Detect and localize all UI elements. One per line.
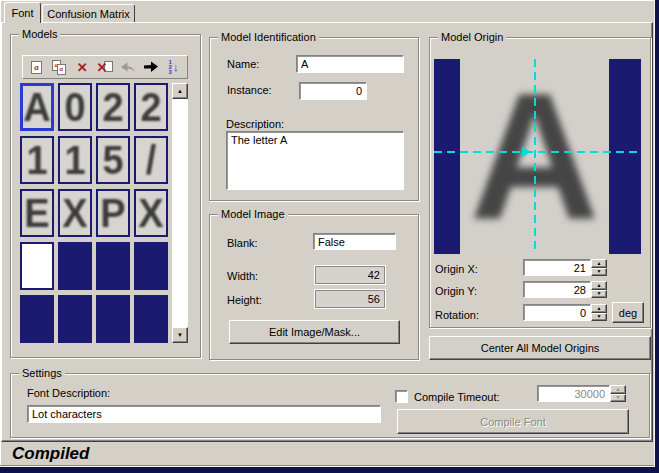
delete-all-models-icon[interactable]: ✕ xyxy=(95,58,115,77)
model-tile[interactable]: 1 xyxy=(20,136,54,184)
spin-up-icon: ▲ xyxy=(610,385,626,394)
spin-down-icon: ▼ xyxy=(610,394,626,403)
model-tile[interactable]: X xyxy=(134,189,168,237)
font-trainer-window: Font Confusion Matrix Models a a a ✕ xyxy=(0,0,659,473)
center-all-model-origins-button[interactable]: Center All Model Origins xyxy=(429,336,651,360)
model-tile[interactable]: E xyxy=(20,189,54,237)
model-tile[interactable]: 2 xyxy=(96,83,130,131)
width-label: Width: xyxy=(227,270,258,282)
compile-timeout-label: Compile Timeout: xyxy=(414,391,500,403)
name-label: Name: xyxy=(227,58,259,70)
model-identification-group: Model Identification Name: Instance: Des… xyxy=(209,37,419,201)
tab-confusion-matrix-label: Confusion Matrix xyxy=(47,8,130,20)
model-tile[interactable]: 5 xyxy=(96,136,130,184)
spin-down-icon[interactable]: ▼ xyxy=(591,268,607,277)
font-description-input[interactable] xyxy=(27,405,381,423)
next-model-icon[interactable] xyxy=(141,58,161,77)
scroll-down-icon[interactable]: ▼ xyxy=(172,327,188,343)
window-top-edge xyxy=(0,0,659,1)
description-textarea[interactable]: The letter A xyxy=(226,131,404,190)
model-tile-empty[interactable] xyxy=(96,295,130,343)
model-tile-empty[interactable] xyxy=(134,242,168,290)
compile-timeout-checkbox[interactable] xyxy=(395,390,408,403)
spin-down-icon[interactable]: ▼ xyxy=(591,313,607,322)
model-origin-preview[interactable]: A xyxy=(434,59,641,254)
window-right-edge xyxy=(655,0,659,473)
description-label: Description: xyxy=(226,118,284,130)
model-tile[interactable]: X xyxy=(58,189,92,237)
rotation-input[interactable] xyxy=(523,304,591,321)
sort-arrow-glyph: ↓ xyxy=(173,61,179,73)
origin-y-input[interactable] xyxy=(523,281,591,298)
model-tile-empty[interactable] xyxy=(58,295,92,343)
spin-up-icon[interactable]: ▲ xyxy=(591,304,607,313)
model-tile[interactable]: 0 xyxy=(58,83,92,131)
sort-models-icon[interactable]: 1 2 3 ↓ xyxy=(163,58,183,77)
tab-font[interactable]: Font xyxy=(4,2,41,23)
delete-all-x-glyph: ✕ xyxy=(96,61,107,74)
font-tab-page: Models a a a ✕ ✕ xyxy=(1,22,653,442)
origin-x-input[interactable] xyxy=(523,259,591,276)
copy-model-icon[interactable]: a a xyxy=(49,58,69,77)
model-tile-empty[interactable] xyxy=(58,242,92,290)
origin-y-label: Origin Y: xyxy=(435,285,477,297)
tab-confusion-matrix[interactable]: Confusion Matrix xyxy=(42,4,135,22)
model-image-group: Model Image Blank: Width: Height: Edit I… xyxy=(209,214,419,360)
origin-y-spinner[interactable]: ▲ ▼ xyxy=(591,281,607,298)
delete-x-glyph: ✕ xyxy=(77,61,88,74)
model-tile[interactable]: 1 xyxy=(58,136,92,184)
spin-down-icon[interactable]: ▼ xyxy=(591,290,607,299)
models-toolbar: a a a ✕ ✕ xyxy=(22,55,188,79)
model-tile[interactable]: / xyxy=(134,136,168,184)
previous-model-icon[interactable] xyxy=(118,58,138,77)
blank-field xyxy=(313,233,396,250)
deg-button[interactable]: deg xyxy=(612,302,644,323)
model-tile-selected[interactable]: A xyxy=(20,83,54,131)
spin-up-icon[interactable]: ▲ xyxy=(591,259,607,268)
model-origin-title: Model Origin xyxy=(438,31,506,44)
origin-vertical-crosshair xyxy=(534,59,536,254)
sort-digit-3: 3 xyxy=(169,70,172,75)
instance-label: Instance: xyxy=(227,84,272,96)
height-field xyxy=(315,290,385,308)
model-image-title: Model Image xyxy=(218,208,288,221)
spin-up-icon[interactable]: ▲ xyxy=(591,281,607,290)
add-model-icon[interactable]: a xyxy=(26,58,46,77)
model-origin-group: Model Origin A Origin X: ▲ ▼ Origin Y: ▲… xyxy=(429,37,651,328)
model-thumbnail-grid: A 0 2 2 1 1 5 / E X P X xyxy=(20,83,168,343)
preview-left-padding xyxy=(434,59,460,254)
model-tile-empty[interactable] xyxy=(20,295,54,343)
origin-arrow-icon xyxy=(522,147,531,157)
edit-image-mask-button[interactable]: Edit Image/Mask... xyxy=(229,320,400,344)
height-label: Height: xyxy=(227,294,262,306)
copy-letter-front: a xyxy=(60,65,64,73)
model-identification-title: Model Identification xyxy=(218,31,319,44)
model-tile-blank[interactable] xyxy=(20,242,54,290)
origin-x-label: Origin X: xyxy=(435,263,478,275)
delete-model-icon[interactable]: ✕ xyxy=(72,58,92,77)
name-input[interactable] xyxy=(296,55,404,73)
compile-font-button: Compile Font xyxy=(397,409,629,434)
width-field xyxy=(315,266,385,284)
blank-label: Blank: xyxy=(227,237,258,249)
model-tile-empty[interactable] xyxy=(96,242,130,290)
compile-timeout-spinner: ▲ ▼ xyxy=(610,385,626,402)
models-group: Models a a a ✕ ✕ xyxy=(10,34,201,358)
origin-horizontal-crosshair xyxy=(434,151,641,153)
rotation-label: Rotation: xyxy=(435,309,479,321)
model-tile-empty[interactable] xyxy=(134,295,168,343)
font-description-label: Font Description: xyxy=(27,387,110,399)
scroll-up-icon[interactable]: ▲ xyxy=(172,83,188,99)
settings-group: Settings Font Description: Compile Timeo… xyxy=(10,373,650,438)
compile-timeout-input xyxy=(537,385,610,402)
origin-x-spinner[interactable]: ▲ ▼ xyxy=(591,259,607,276)
model-tile[interactable]: P xyxy=(96,189,130,237)
settings-title: Settings xyxy=(19,367,65,380)
models-scrollbar[interactable]: ▲ ▼ xyxy=(172,83,188,343)
models-group-title: Models xyxy=(19,28,60,41)
window-bottom-edge xyxy=(0,467,659,473)
add-model-letter: a xyxy=(34,62,39,72)
model-tile[interactable]: 2 xyxy=(134,83,168,131)
instance-input[interactable] xyxy=(299,82,367,100)
rotation-spinner[interactable]: ▲ ▼ xyxy=(591,304,607,321)
